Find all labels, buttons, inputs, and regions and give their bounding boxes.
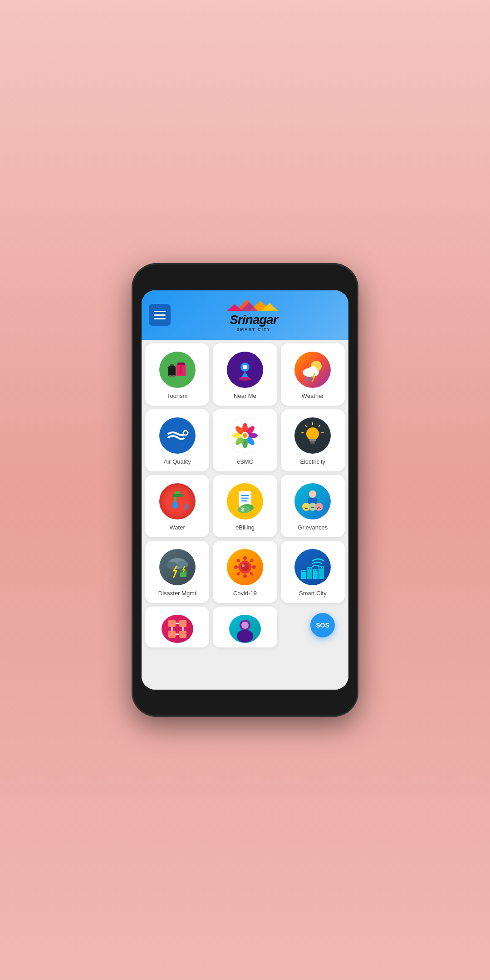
disaster-label: Disaster Mgmt <box>158 590 196 597</box>
svg-point-66 <box>177 561 188 568</box>
disaster-item[interactable]: Disaster Mgmt <box>145 541 209 603</box>
air-quality-icon <box>159 417 196 454</box>
esmc-icon <box>227 417 263 454</box>
covid-label: Covid-19 <box>233 590 257 597</box>
svg-point-35 <box>243 433 247 438</box>
grievances-item[interactable]: Grievances <box>281 475 345 537</box>
svg-rect-97 <box>316 570 318 571</box>
tourism-item[interactable]: Tourism <box>145 343 209 406</box>
grievances-icon <box>294 483 331 519</box>
app-header: Srinagar SMART CITY <box>142 290 348 340</box>
svg-point-110 <box>241 622 249 629</box>
svg-rect-46 <box>175 491 180 494</box>
svg-rect-7 <box>177 363 185 365</box>
ebilling-svg: $ <box>231 488 259 515</box>
svg-rect-96 <box>314 570 315 571</box>
svg-rect-98 <box>319 567 321 568</box>
svg-text:$: $ <box>241 507 244 512</box>
connectivity-svg <box>164 615 191 642</box>
svg-rect-47 <box>172 494 183 497</box>
app-subtitle: SMART CITY <box>226 327 281 332</box>
connectivity-icon <box>162 615 193 643</box>
near-me-item[interactable]: Near Me <box>213 343 277 406</box>
svg-point-62 <box>315 503 323 511</box>
mountains-icon <box>226 299 281 311</box>
menu-button[interactable] <box>149 304 171 326</box>
svg-rect-39 <box>310 441 315 442</box>
disaster-icon <box>159 549 196 585</box>
ebilling-item[interactable]: $ eBilling <box>213 475 277 537</box>
svg-rect-92 <box>302 571 304 572</box>
svg-rect-100 <box>168 620 176 627</box>
electricity-label: Electricity <box>300 458 326 465</box>
phone-screen: Srinagar SMART CITY <box>142 290 348 690</box>
svg-line-22 <box>310 377 312 381</box>
svg-point-56 <box>238 506 250 513</box>
esmc-item[interactable]: eSMC <box>213 409 277 471</box>
svg-rect-103 <box>179 631 186 638</box>
svg-rect-40 <box>310 442 315 444</box>
svg-point-87 <box>242 564 245 567</box>
electricity-svg <box>299 422 326 449</box>
partial-grid-row: SOS <box>145 607 345 647</box>
profile-svg <box>231 615 259 642</box>
grievances-svg <box>299 488 326 515</box>
svg-rect-8 <box>170 364 174 366</box>
near-me-svg <box>231 356 259 383</box>
svg-point-37 <box>306 427 319 440</box>
svg-point-15 <box>243 365 247 369</box>
logo-area: Srinagar SMART CITY <box>171 299 341 332</box>
svg-point-16 <box>239 377 251 381</box>
svg-point-86 <box>241 563 249 571</box>
tourism-icon <box>159 352 196 388</box>
svg-point-20 <box>308 366 317 375</box>
covid-item[interactable]: Covid-19 <box>213 541 277 603</box>
covid-icon <box>227 549 263 585</box>
svg-point-50 <box>184 504 189 510</box>
main-content: Tourism Near Me <box>142 340 348 690</box>
app-title: Srinagar <box>226 313 281 327</box>
ebilling-icon: $ <box>227 483 263 519</box>
water-item[interactable]: Water <box>145 475 209 537</box>
weather-item[interactable]: Weather <box>281 343 345 406</box>
menu-bar-1 <box>154 311 166 312</box>
grievances-label: Grievances <box>298 524 328 531</box>
esmc-svg <box>231 422 259 449</box>
weather-icon <box>294 352 331 388</box>
connectivity-item[interactable] <box>145 607 209 647</box>
electricity-icon <box>294 417 331 454</box>
smart-city-label: Smart City <box>299 590 327 597</box>
svg-rect-101 <box>168 631 176 638</box>
disaster-svg <box>164 554 191 581</box>
weather-svg <box>299 356 326 383</box>
sos-button[interactable]: SOS <box>310 613 335 637</box>
tourism-label: Tourism <box>167 392 188 399</box>
menu-bar-2 <box>154 314 166 316</box>
electricity-item[interactable]: Electricity <box>281 409 345 471</box>
profile-icon <box>229 615 261 643</box>
svg-rect-95 <box>310 568 311 569</box>
esmc-label: eSMC <box>237 458 253 465</box>
svg-rect-99 <box>322 567 323 568</box>
ebilling-label: eBilling <box>235 524 255 531</box>
water-icon <box>159 483 196 519</box>
svg-rect-93 <box>304 571 306 572</box>
svg-point-58 <box>309 490 316 498</box>
profile-item[interactable] <box>213 607 277 647</box>
water-label: Water <box>170 524 185 531</box>
menu-bar-3 <box>154 318 166 319</box>
svg-rect-38 <box>309 439 316 441</box>
svg-rect-102 <box>179 620 186 627</box>
tourism-svg <box>164 356 191 383</box>
svg-rect-94 <box>308 568 309 569</box>
near-me-icon <box>227 352 263 388</box>
logo-text: Srinagar SMART CITY <box>226 299 281 332</box>
smart-city-icon <box>294 549 331 585</box>
air-quality-label: Air Quality <box>164 458 191 465</box>
svg-rect-12 <box>180 365 181 375</box>
smart-city-item[interactable]: Smart City <box>281 541 345 603</box>
air-quality-svg <box>164 422 191 449</box>
air-quality-item[interactable]: Air Quality <box>145 409 209 471</box>
phone-frame: Srinagar SMART CITY <box>132 263 358 717</box>
svg-rect-11 <box>167 367 176 368</box>
